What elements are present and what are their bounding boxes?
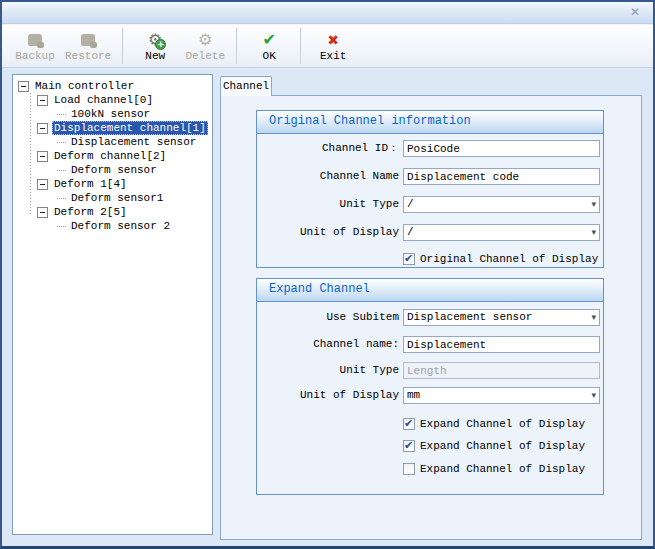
expand-display-checkbox-1[interactable] bbox=[403, 418, 415, 430]
tree-item-displacement-channel[interactable]: Displacement channel[1] bbox=[13, 121, 212, 135]
title-bar[interactable]: ✕ bbox=[2, 2, 653, 24]
tree-leaf-connector bbox=[57, 170, 66, 171]
delete-gear-icon: ⚙ bbox=[198, 30, 212, 50]
backup-button[interactable]: Backup bbox=[10, 26, 60, 66]
expand-channel-group: Expand Channel Use Subitem Displacement … bbox=[256, 278, 604, 495]
ok-button[interactable]: ✔ OK bbox=[244, 26, 294, 66]
unit-type-value: / bbox=[407, 198, 414, 210]
collapse-icon[interactable] bbox=[37, 95, 48, 106]
channel-tree: Main controller Load channel[0] 100kN se… bbox=[12, 74, 213, 535]
unit-of-display-label: Unit of Display bbox=[265, 224, 399, 241]
collapse-icon[interactable] bbox=[37, 123, 48, 134]
original-display-checkbox-label: Original Channel of Display bbox=[420, 252, 598, 266]
toolbar-separator bbox=[236, 28, 238, 64]
channel-name-label: Channel Name bbox=[265, 168, 399, 185]
expand-channel-group-title: Expand Channel bbox=[257, 279, 603, 302]
expand-channel-name-label: Channel name: bbox=[265, 336, 399, 353]
tree-item-deform-channel[interactable]: Deform channel[2] bbox=[13, 149, 212, 163]
collapse-icon[interactable] bbox=[37, 207, 48, 218]
ok-check-icon: ✔ bbox=[263, 30, 276, 50]
backup-label: Backup bbox=[15, 50, 55, 63]
original-channel-group-title: Original Channel information bbox=[257, 111, 603, 134]
expand-display-checkbox-row-1: Expand Channel of Display bbox=[403, 417, 585, 431]
original-channel-group: Original Channel information Channel ID：… bbox=[256, 110, 604, 268]
exit-x-icon: ✖ bbox=[327, 30, 339, 50]
chevron-down-icon: ▾ bbox=[591, 225, 596, 240]
expand-display-checkbox-label-1: Expand Channel of Display bbox=[420, 417, 585, 431]
unit-of-display-value: / bbox=[407, 226, 414, 238]
expand-display-checkbox-row-3: Expand Channel of Display bbox=[403, 462, 585, 476]
collapse-icon[interactable] bbox=[37, 179, 48, 190]
restore-label: Restore bbox=[65, 50, 111, 63]
tree-item-deform-sensor-2[interactable]: Deform sensor 2 bbox=[13, 219, 212, 233]
dialog-window: ✕ Backup Restore ⚙+ New ⚙ Delete ✔ OK ✖ … bbox=[0, 0, 655, 549]
channel-id-input[interactable] bbox=[403, 140, 600, 157]
original-display-checkbox[interactable] bbox=[403, 253, 415, 265]
tree-connector-line bbox=[30, 93, 31, 216]
expand-unit-of-display-value: mm bbox=[407, 389, 420, 401]
channel-name-input[interactable] bbox=[403, 168, 600, 185]
delete-button[interactable]: ⚙ Delete bbox=[180, 26, 230, 66]
tree-item-load-channel[interactable]: Load channel[0] bbox=[13, 93, 212, 107]
exit-label: Exit bbox=[320, 50, 346, 63]
expand-display-checkbox-row-2: Expand Channel of Display bbox=[403, 439, 585, 453]
exit-button[interactable]: ✖ Exit bbox=[308, 26, 358, 66]
expand-display-checkbox-3[interactable] bbox=[403, 463, 415, 475]
expand-channel-name-input[interactable] bbox=[403, 336, 600, 353]
delete-label: Delete bbox=[185, 50, 225, 63]
collapse-icon[interactable] bbox=[18, 81, 29, 92]
original-display-checkbox-row: Original Channel of Display bbox=[403, 252, 598, 266]
expand-unit-type-label: Unit Type bbox=[265, 362, 399, 379]
tree-leaf-connector bbox=[57, 198, 66, 199]
close-icon[interactable]: ✕ bbox=[627, 5, 643, 20]
tree-item-main-controller[interactable]: Main controller bbox=[13, 79, 212, 93]
chevron-down-icon: ▾ bbox=[591, 197, 596, 212]
collapse-icon[interactable] bbox=[37, 151, 48, 162]
use-subitem-label: Use Subitem bbox=[265, 309, 399, 326]
backup-icon bbox=[28, 30, 42, 50]
tree-leaf-connector bbox=[57, 142, 66, 143]
tree-leaf-connector bbox=[57, 226, 66, 227]
tree-item-displacement-sensor[interactable]: Displacement sensor bbox=[13, 135, 212, 149]
tree-item-deform-2[interactable]: Deform 2[5] bbox=[13, 205, 212, 219]
unit-of-display-combo[interactable]: / ▾ bbox=[403, 224, 600, 241]
channel-tab-page: Original Channel information Channel ID：… bbox=[220, 95, 642, 540]
restore-button[interactable]: Restore bbox=[60, 26, 116, 66]
tree-item-deform-1[interactable]: Deform 1[4] bbox=[13, 177, 212, 191]
tree-item-deform-sensor1[interactable]: Deform sensor1 bbox=[13, 191, 212, 205]
channel-id-label: Channel ID： bbox=[265, 140, 399, 157]
expand-display-checkbox-label-2: Expand Channel of Display bbox=[420, 439, 585, 453]
ok-label: OK bbox=[263, 50, 276, 63]
toolbar-separator bbox=[300, 28, 302, 64]
expand-unit-of-display-combo[interactable]: mm ▾ bbox=[403, 387, 600, 404]
chevron-down-icon: ▾ bbox=[591, 310, 596, 325]
restore-icon bbox=[81, 30, 95, 50]
new-label: New bbox=[145, 50, 165, 63]
expand-display-checkbox-2[interactable] bbox=[403, 440, 415, 452]
expand-display-checkbox-label-3: Expand Channel of Display bbox=[420, 462, 585, 476]
toolbar-separator bbox=[122, 28, 124, 64]
tree-item-deform-sensor[interactable]: Deform sensor bbox=[13, 163, 212, 177]
tree-leaf-connector bbox=[57, 114, 66, 115]
expand-unit-of-display-label: Unit of Display bbox=[265, 387, 399, 404]
use-subitem-combo[interactable]: Displacement sensor ▾ bbox=[403, 309, 600, 326]
expand-unit-type-input bbox=[403, 362, 600, 379]
unit-type-combo[interactable]: / ▾ bbox=[403, 196, 600, 213]
chevron-down-icon: ▾ bbox=[591, 388, 596, 403]
tree-item-100kn-sensor[interactable]: 100kN sensor bbox=[13, 107, 212, 121]
new-button[interactable]: ⚙+ New bbox=[130, 26, 180, 66]
use-subitem-value: Displacement sensor bbox=[407, 311, 532, 323]
unit-type-label: Unit Type bbox=[265, 196, 399, 213]
new-gear-icon: ⚙+ bbox=[148, 30, 162, 50]
toolbar: Backup Restore ⚙+ New ⚙ Delete ✔ OK ✖ Ex… bbox=[2, 24, 653, 68]
tab-channel[interactable]: Channel bbox=[220, 76, 272, 96]
